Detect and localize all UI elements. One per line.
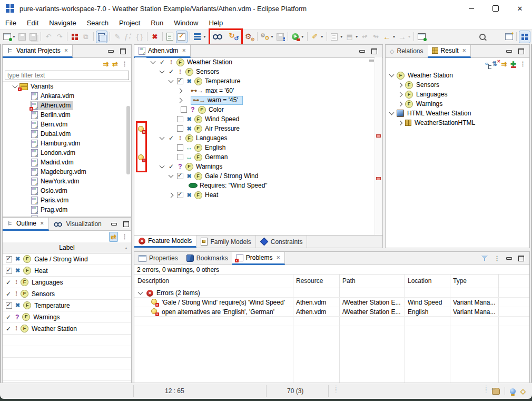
file-prag[interactable]: Prag.vdm [3, 205, 131, 214]
tree-row[interactable]: ↔FGerman [175, 152, 375, 162]
tab-family-models[interactable]: Family Models [196, 236, 255, 248]
perspective-button[interactable] [519, 31, 530, 43]
chevron-down-icon[interactable] [138, 290, 143, 295]
edit-button[interactable]: ✎ [112, 31, 123, 43]
menu-search[interactable]: Search [82, 18, 114, 28]
maximize-button[interactable] [484, 0, 508, 17]
filter-input[interactable] [5, 71, 129, 80]
tree-row[interactable]: ✓!FWeather Station [148, 57, 375, 67]
close-icon[interactable]: ✕ [64, 48, 68, 53]
close-icon[interactable]: ✕ [40, 221, 44, 226]
chevron-right-icon[interactable] [398, 101, 403, 106]
file-dubai[interactable]: Dubai.vdm [3, 129, 131, 139]
result-row[interactable]: HTML Weather Station [386, 109, 529, 118]
tab-feature-models[interactable]: ✕Feature Models [134, 236, 196, 248]
label-column-header[interactable]: Label ▲ [3, 242, 131, 253]
outline-row[interactable]: ✓?FWarnings [3, 311, 131, 323]
link-with-editor-icon[interactable]: ⇉ [501, 60, 507, 68]
chevron-down-icon[interactable] [389, 72, 395, 77]
open-type-button[interactable]: ⬒ [344, 31, 355, 43]
chevron-down-icon[interactable] [159, 135, 164, 140]
view-menu-icon[interactable]: ⋮ [122, 61, 127, 67]
forward-history-dropdown[interactable]: ▼ [408, 35, 411, 38]
panel-maximize-icon[interactable] [518, 256, 524, 261]
tree-row[interactable]: ✖FHeat [166, 190, 375, 200]
file-athen[interactable]: xAthen.vdm [3, 101, 131, 110]
build-button[interactable] [244, 31, 255, 43]
file-ankara[interactable]: Ankara.vdm [3, 91, 131, 101]
chevron-right-icon[interactable] [177, 88, 182, 93]
file-newyork[interactable]: NewYork.vdm [3, 177, 131, 186]
tab-problems[interactable]: xProblems✕ [232, 252, 285, 265]
show-glasses-button[interactable] [213, 31, 223, 43]
tab-variant-projects[interactable]: Variant Projects ✕ [3, 45, 73, 58]
chevron-down-icon[interactable] [159, 69, 164, 74]
scrollbar[interactable] [369, 60, 374, 62]
menu-bars-button[interactable] [192, 31, 203, 43]
chevron-right-icon[interactable] [398, 82, 403, 87]
stamp-icon[interactable] [492, 388, 500, 395]
close-icon[interactable]: ✕ [276, 255, 280, 260]
task-list-dropdown[interactable]: ▼ [340, 35, 343, 38]
file-hamburg[interactable]: Hamburg.vdm [3, 139, 131, 148]
problem-row[interactable]: open alternatives are 'English', 'German… [134, 307, 529, 317]
pv-model-button[interactable] [70, 31, 80, 43]
checkbox-checked[interactable] [177, 173, 183, 179]
tree-row[interactable]: ✖FAir Pressure [175, 124, 375, 133]
chevron-right-icon[interactable] [398, 92, 403, 97]
chevron-right-icon[interactable] [168, 192, 173, 198]
checkbox[interactable] [177, 154, 183, 160]
column-type[interactable]: Type [453, 277, 467, 285]
save-all-button[interactable] [28, 31, 38, 43]
configure-button[interactable] [260, 31, 270, 43]
new-table-button[interactable] [504, 31, 514, 43]
tree-row[interactable]: Requires: "Wind Speed" [189, 181, 375, 190]
compare-models-button[interactable]: ⧉ [81, 31, 91, 43]
panel-minimize-icon[interactable] [108, 50, 114, 53]
tree-row[interactable]: ?FColor [179, 105, 375, 114]
note-button[interactable] [165, 31, 175, 43]
file-berlin[interactable]: Berlin.vdm [3, 110, 131, 120]
minimize-button[interactable] [459, 0, 484, 17]
view-menu-icon[interactable]: ⋮ [520, 61, 526, 67]
checkbox[interactable] [177, 125, 183, 132]
checkbox-checked[interactable] [6, 256, 12, 262]
file-london[interactable]: London.vdm [3, 148, 131, 158]
open-type-dropdown[interactable]: ▼ [355, 35, 359, 38]
column-description[interactable]: Description [137, 277, 169, 285]
tree-row[interactable]: ✓?FWarnings [157, 162, 375, 171]
result-row[interactable]: FSensors [386, 80, 529, 90]
chevron-right-icon[interactable] [398, 120, 403, 125]
menu-help[interactable]: Help [203, 18, 228, 28]
checkbox[interactable] [177, 116, 183, 122]
chevron-down-icon[interactable] [13, 83, 18, 89]
checkbox[interactable] [177, 144, 183, 151]
problem-row[interactable]: 'Gale / Strong Wind' require(s) 'Wind Sp… [134, 298, 529, 307]
quickfix-error-icon[interactable] [138, 126, 146, 134]
collapse-all-icon[interactable]: ⇉ [103, 60, 109, 68]
checkbox[interactable] [181, 106, 187, 113]
outline-row[interactable]: ✓!FSensors [3, 288, 131, 300]
tab-result[interactable]: Result ✕ [428, 45, 471, 58]
link-with-editor-icon[interactable]: ⇄ [109, 232, 118, 242]
highlighter-dropdown[interactable]: ▼ [320, 35, 324, 38]
file-madrid[interactable]: Madrid.vdm [3, 158, 131, 167]
refresh-transformation-button[interactable] [228, 31, 239, 43]
close-icon[interactable]: ✕ [462, 48, 467, 53]
tree-row[interactable]: ✖FTemperature [166, 76, 375, 86]
column-location[interactable]: Location [408, 277, 431, 285]
panel-minimize-icon[interactable] [359, 50, 365, 53]
search-button[interactable] [477, 31, 488, 43]
menu-edit[interactable]: Edit [22, 18, 44, 28]
tree-row[interactable]: ✖FWind Speed [175, 114, 375, 124]
panel-maximize-icon[interactable] [371, 48, 377, 54]
tab-bookmarks[interactable]: Bookmarks [182, 252, 232, 265]
view-menu-icon[interactable]: ⋮ [122, 233, 127, 240]
error-marker[interactable] [376, 134, 381, 138]
new-wizard-button[interactable] [2, 31, 12, 43]
back-history-button[interactable]: ← [382, 31, 392, 43]
errors-group-row[interactable]: ✕ Errors (2 items) [134, 288, 529, 298]
column-resource[interactable]: Resource [296, 277, 323, 285]
outline-row[interactable]: ✓!FLanguages [3, 277, 131, 288]
checkbox-checked[interactable] [6, 302, 12, 309]
